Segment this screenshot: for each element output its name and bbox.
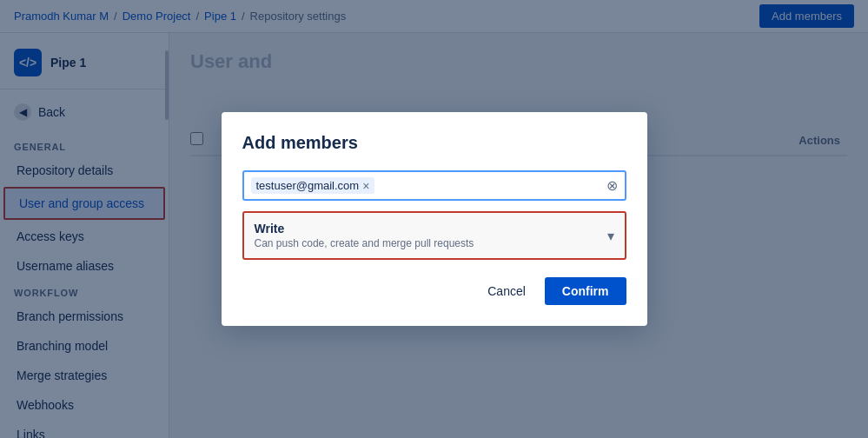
modal-overlay[interactable]: Add members testuser@gmail.com × ⊗ Write… <box>0 0 868 438</box>
modal-actions: Cancel Confirm <box>242 277 626 305</box>
permission-description: Can push code, create and merge pull req… <box>255 237 474 249</box>
permission-dropdown[interactable]: Write Can push code, create and merge pu… <box>242 211 626 260</box>
cancel-button[interactable]: Cancel <box>477 277 536 305</box>
email-input-container[interactable]: testuser@gmail.com × ⊗ <box>242 170 626 201</box>
modal-title: Add members <box>242 133 626 153</box>
confirm-button[interactable]: Confirm <box>545 277 626 305</box>
email-tag: testuser@gmail.com × <box>251 177 375 194</box>
add-members-modal: Add members testuser@gmail.com × ⊗ Write… <box>222 112 647 326</box>
chevron-down-icon: ▾ <box>607 228 614 244</box>
permission-name: Write <box>255 222 474 236</box>
email-tag-text: testuser@gmail.com <box>256 179 360 192</box>
email-input-clear-button[interactable]: ⊗ <box>606 177 618 194</box>
email-tag-remove-button[interactable]: × <box>362 180 369 192</box>
permission-info: Write Can push code, create and merge pu… <box>255 222 474 249</box>
